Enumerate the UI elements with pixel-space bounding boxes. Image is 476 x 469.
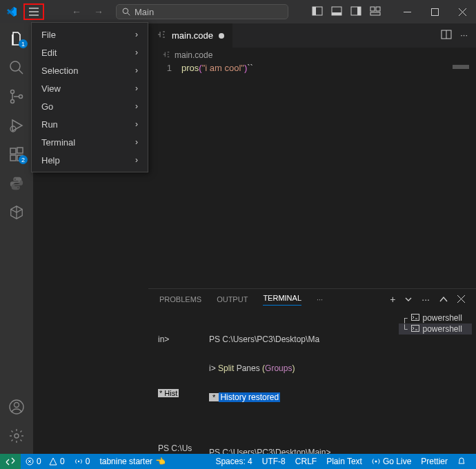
svg-rect-22 [17, 148, 23, 153]
terminal-icon [411, 313, 419, 323]
customize-layout-icon[interactable] [370, 6, 381, 18]
toggle-panel-icon[interactable] [331, 6, 342, 18]
svg-rect-29 [411, 326, 419, 332]
tab-output[interactable]: OUTPUT [217, 295, 248, 303]
new-terminal-button[interactable]: + [390, 294, 395, 305]
breadcrumb[interactable]: main.code [155, 48, 476, 63]
svg-rect-12 [431, 8, 438, 15]
warning-icon [49, 457, 57, 466]
split-editor-icon[interactable] [441, 30, 452, 41]
tab-terminal[interactable]: TERMINAL [263, 294, 301, 306]
tab-problems[interactable]: PROBLEMS [159, 295, 201, 303]
explorer-badge: 1 [19, 39, 28, 48]
svg-point-0 [123, 8, 128, 14]
breadcrumb-segment: main.code [175, 50, 212, 60]
minimap[interactable] [453, 65, 469, 69]
menu-item-selection[interactable]: Selection› [32, 61, 148, 79]
run-debug-icon[interactable] [7, 117, 26, 134]
nav-arrows: ← → [72, 6, 103, 17]
chevron-right-icon: › [135, 119, 138, 129]
settings-gear-icon[interactable] [7, 428, 26, 444]
extensions-badge: 2 [19, 155, 28, 164]
vscode-logo [0, 6, 23, 17]
svg-point-24 [14, 403, 19, 408]
status-bar: 0 0 0 tabnine starter 👈 Spaces: 4 UTF-8 … [0, 454, 476, 469]
source-control-icon[interactable] [7, 88, 26, 105]
code-line[interactable]: pros("i am cool")`` [181, 63, 253, 73]
nav-back-button[interactable]: ← [72, 6, 81, 17]
menu-item-terminal[interactable]: Terminal› [32, 133, 148, 151]
eol-status[interactable]: CRLF [290, 457, 321, 466]
notifications-icon[interactable] [453, 457, 470, 466]
tabnine-status[interactable]: tabnine starter 👈 [95, 457, 170, 466]
maximize-button[interactable] [421, 0, 448, 23]
svg-rect-9 [376, 7, 380, 11]
activity-bar: 1 2 [0, 23, 33, 454]
svg-rect-7 [357, 7, 361, 15]
extensions-icon[interactable]: 2 [7, 146, 26, 163]
panel-more-icon[interactable]: ··· [422, 294, 430, 305]
toggle-primary-sidebar-icon[interactable] [312, 6, 323, 18]
python-env-icon[interactable] [7, 175, 26, 192]
menu-item-run[interactable]: Run› [32, 115, 148, 133]
terminal-tree-row[interactable]: ┌powershell [399, 312, 472, 323]
close-button[interactable] [448, 0, 476, 23]
search-text: Main [135, 7, 154, 17]
chevron-right-icon: › [135, 66, 138, 75]
command-center[interactable]: Main [116, 4, 288, 19]
nav-forward-button[interactable]: → [94, 6, 103, 17]
chevron-right-icon: › [135, 137, 138, 147]
menu-item-view[interactable]: View› [32, 79, 148, 97]
chevron-right-icon: › [135, 155, 138, 165]
more-actions-icon[interactable]: ··· [460, 30, 468, 41]
problems-status[interactable]: 0 0 [21, 457, 70, 466]
toggle-secondary-sidebar-icon[interactable] [350, 6, 361, 18]
chevron-right-icon: › [135, 101, 138, 111]
terminal-pane-1[interactable]: in> * Hist PS C:\Us ers\PC3\ Desktop\ Ma… [148, 310, 204, 454]
editor-tab-main-code[interactable]: main.code [148, 23, 232, 48]
editor-tab-bar: main.code ··· [148, 23, 476, 48]
cube-icon[interactable] [7, 204, 26, 221]
hamburger-menu-button[interactable] [23, 3, 44, 20]
broadcast-icon [372, 457, 380, 466]
branch-icon: ┌ [401, 313, 408, 323]
chevron-right-icon: › [135, 83, 138, 93]
search-activity-icon[interactable] [7, 59, 26, 76]
bottom-panel: PROBLEMS OUTPUT TERMINAL ··· + ··· in> *… [148, 288, 476, 454]
indentation-status[interactable]: Spaces: 4 [210, 457, 257, 466]
account-icon[interactable] [7, 399, 26, 415]
svg-rect-19 [10, 148, 16, 154]
remote-button[interactable] [0, 454, 21, 469]
code-editor[interactable]: 1 pros("i am cool")`` [148, 63, 476, 288]
svg-point-16 [11, 100, 14, 103]
menu-item-file[interactable]: File› [32, 26, 148, 43]
menu-item-edit[interactable]: Edit› [32, 43, 148, 61]
svg-point-17 [19, 95, 23, 99]
menu-item-go[interactable]: Go› [32, 97, 148, 115]
prettier-status[interactable]: Prettier [416, 457, 453, 466]
chevron-right-icon: › [135, 30, 138, 39]
language-mode-status[interactable]: Plain Text [321, 457, 367, 466]
terminal-icon [411, 324, 419, 334]
terminal-dropdown-icon[interactable] [405, 294, 412, 305]
encoding-status[interactable]: UTF-8 [257, 457, 290, 466]
close-panel-icon[interactable] [457, 294, 465, 305]
svg-point-25 [14, 434, 19, 438]
ports-status[interactable]: 0 [70, 457, 95, 466]
branch-icon: └ [401, 324, 408, 334]
svg-rect-11 [404, 12, 411, 12]
minimize-button[interactable] [393, 0, 421, 23]
more-views-icon[interactable]: ··· [317, 295, 323, 303]
modified-dot-icon [219, 33, 224, 39]
svg-rect-28 [411, 315, 419, 321]
terminal-pane-2[interactable]: PS C:\Users\PC3\Desktop\Ma i> Split Pane… [204, 310, 399, 454]
menu-item-help[interactable]: Help› [32, 151, 148, 169]
svg-line-1 [128, 13, 130, 15]
chevron-right-icon: › [135, 48, 138, 57]
go-live-button[interactable]: Go Live [367, 457, 416, 466]
panel-tabs: PROBLEMS OUTPUT TERMINAL ··· + ··· [148, 289, 476, 310]
maximize-panel-icon[interactable] [439, 294, 448, 305]
explorer-icon[interactable]: 1 [7, 30, 26, 47]
terminal-tree-row[interactable]: └powershell [399, 323, 472, 335]
svg-point-13 [10, 61, 20, 71]
